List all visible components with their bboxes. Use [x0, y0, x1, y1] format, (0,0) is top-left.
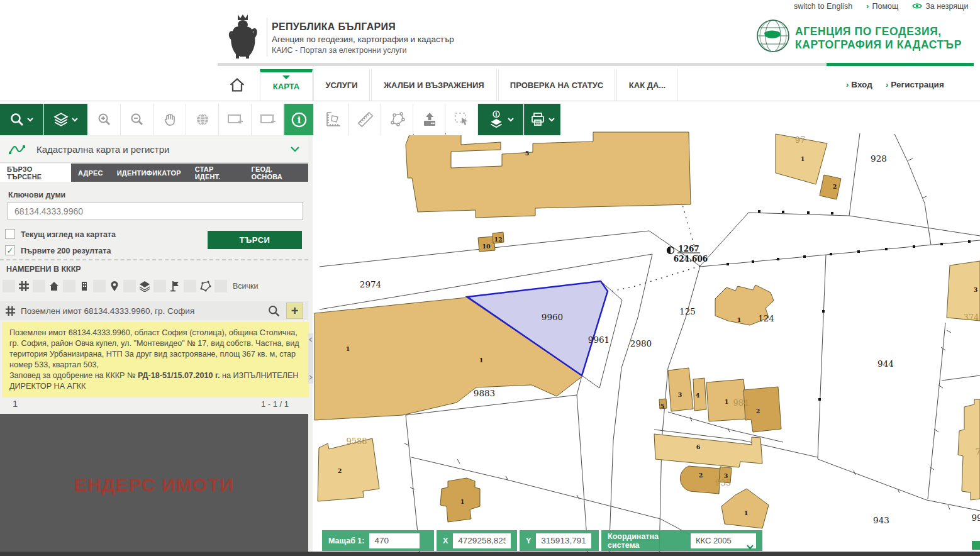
- pan-button[interactable]: [154, 104, 186, 135]
- polygon-icon[interactable]: [199, 281, 211, 292]
- sidebar-collapse-handle[interactable]: [308, 333, 313, 384]
- filter-box[interactable]: [3, 280, 15, 292]
- extent-remove-button[interactable]: [252, 104, 284, 135]
- home-icon[interactable]: [228, 77, 246, 96]
- zoom-in-icon: [97, 112, 112, 127]
- info-layers-button[interactable]: i: [478, 104, 523, 135]
- tab-quick-search[interactable]: БЪРЗО ТЪРСЕНЕ: [0, 164, 71, 182]
- measure-distance-button[interactable]: [350, 104, 381, 135]
- tab-complaints[interactable]: ЖАЛБИ И ВЪЗРАЖЕНИЯ: [371, 69, 497, 101]
- layers-tool-button[interactable]: [44, 104, 87, 135]
- results-heading: НАМЕРЕНИ В КККР: [6, 265, 81, 274]
- keywords-input[interactable]: [8, 202, 303, 220]
- svg-text:6: 6: [696, 443, 701, 450]
- add-result-button[interactable]: +: [286, 303, 303, 319]
- collapse-right-icon: [309, 375, 313, 380]
- filter-box[interactable]: [153, 280, 166, 292]
- flag-icon[interactable]: [169, 281, 181, 292]
- tab-services[interactable]: УСЛУГИ: [313, 69, 370, 101]
- print-button[interactable]: [524, 104, 560, 135]
- ruler-icon: [357, 111, 374, 128]
- extent-add-button[interactable]: [220, 104, 252, 135]
- page-info: 1 - 1 / 1: [261, 399, 289, 409]
- accessibility-link[interactable]: За незрящи: [912, 1, 968, 11]
- svg-text:1267: 1267: [678, 245, 699, 253]
- panel-selector[interactable]: Кадастрална карта и регистри: [0, 136, 308, 163]
- result-list-item[interactable]: Поземлен имот 68134.4333.9960, гр. София…: [0, 301, 308, 320]
- filter-box[interactable]: [214, 280, 227, 292]
- first200-checkbox[interactable]: ✓: [5, 245, 15, 255]
- cadastre-panel-icon: [9, 144, 25, 155]
- building-icon[interactable]: [79, 281, 90, 292]
- tab-status-check[interactable]: ПРОВЕРКА НА СТАТУС: [498, 69, 615, 101]
- tab-geodetic-basis[interactable]: ГЕОД. ОСНОВА: [244, 164, 308, 182]
- crs-select[interactable]: ККС 2005: [691, 533, 756, 548]
- filter-box[interactable]: [184, 280, 196, 292]
- filter-all-label[interactable]: Всички: [233, 282, 259, 291]
- select-button[interactable]: [446, 104, 477, 135]
- svg-text:i: i: [297, 114, 301, 125]
- login-link[interactable]: ›Вход: [846, 80, 872, 89]
- tab-address[interactable]: АДРЕС: [71, 164, 110, 182]
- zoom-out-button[interactable]: [121, 104, 153, 135]
- overview-button[interactable]: [187, 104, 219, 135]
- svg-text:1: 1: [346, 345, 350, 352]
- current-view-checkbox[interactable]: [5, 229, 15, 239]
- agency-globe-logo: [756, 19, 790, 55]
- tab-how-to[interactable]: КАК ДА...: [616, 69, 678, 101]
- panel-title: Кадастрална карта и регистри: [36, 144, 169, 155]
- upload-icon: [421, 111, 438, 128]
- svg-text:2: 2: [338, 467, 342, 474]
- svg-text:1: 1: [725, 398, 729, 405]
- identify-button[interactable]: i: [284, 104, 314, 135]
- svg-text:1: 1: [460, 498, 465, 505]
- agency-subtitle: Агенция по геодезия, картография и кадас…: [272, 35, 454, 44]
- layers-icon[interactable]: [139, 281, 150, 292]
- switch-language-link[interactable]: switch to English: [794, 1, 852, 11]
- map-canvas[interactable]: 2974 9960 9961 2980 9883 928 125 124 944…: [313, 104, 980, 556]
- svg-text:99: 99: [971, 513, 980, 523]
- pin-icon[interactable]: [109, 281, 120, 292]
- measure-area-button[interactable]: [318, 104, 349, 135]
- scale-input[interactable]: [369, 533, 420, 548]
- svg-text:2980: 2980: [630, 338, 652, 348]
- svg-text:9883: 9883: [474, 388, 495, 398]
- filter-box[interactable]: [93, 280, 106, 292]
- map-corner-button[interactable]: [972, 541, 980, 550]
- search-submit-button[interactable]: ТЪРСИ: [208, 231, 302, 249]
- home-icon[interactable]: [48, 281, 60, 292]
- grid-icon: [5, 306, 16, 316]
- x-coordinate-input[interactable]: [453, 533, 511, 548]
- svg-text:10: 10: [482, 243, 491, 250]
- filter-box[interactable]: [33, 280, 45, 292]
- tab-map[interactable]: КАРТА: [260, 69, 313, 101]
- y-coordinate-input[interactable]: [536, 533, 591, 548]
- zoom-in-button[interactable]: [89, 104, 121, 135]
- svg-text:944: 944: [877, 359, 894, 369]
- republic-title: РЕПУБЛИКА БЪЛГАРИЯ: [272, 21, 454, 33]
- filter-box[interactable]: [63, 280, 75, 292]
- scale-label: Мащаб 1:: [328, 537, 364, 545]
- search-tabs: БЪРЗО ТЪРСЕНЕ АДРЕС ИДЕНТИФИКАТОР СТАР И…: [0, 164, 308, 182]
- coat-of-arms-logo: [225, 13, 261, 62]
- help-link[interactable]: ›Помощ: [866, 1, 898, 11]
- layers-icon: [53, 111, 69, 128]
- tab-old-identifier[interactable]: СТАР ИДЕНТ.: [188, 164, 245, 182]
- svg-text:2: 2: [756, 408, 760, 414]
- grid-icon[interactable]: [18, 281, 30, 292]
- chevron-down-icon: [747, 545, 754, 550]
- filter-box[interactable]: [123, 280, 136, 292]
- svg-text:2: 2: [833, 183, 837, 190]
- tab-identifier[interactable]: ИДЕНТИФИКАТОР: [110, 164, 188, 182]
- draw-polygon-button[interactable]: [382, 104, 413, 135]
- zoom-to-result-icon[interactable]: [267, 304, 281, 318]
- register-link[interactable]: ›Регистрация: [886, 80, 944, 89]
- svg-text:2974: 2974: [360, 279, 381, 289]
- upload-button[interactable]: [414, 104, 445, 135]
- results-footer-area: ЕНДЕРС ИМОТИ: [0, 414, 308, 556]
- search-tool-button[interactable]: [0, 104, 43, 135]
- crs-label: Координатна система: [608, 532, 686, 550]
- svg-text:374: 374: [964, 313, 979, 322]
- portal-subtitle: КАИС - Портал за електронни услуги: [272, 46, 454, 55]
- page-number[interactable]: 1: [13, 398, 18, 409]
